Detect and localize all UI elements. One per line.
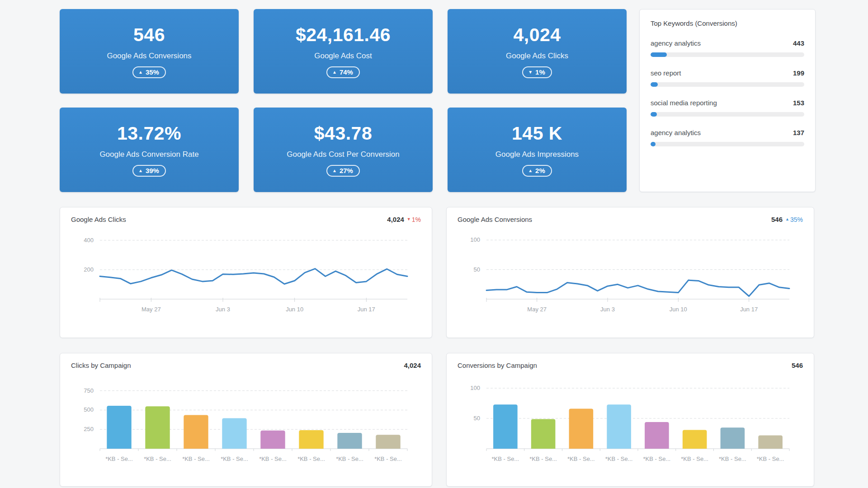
kpi-label: Google Ads Cost Per Conversion (287, 150, 399, 159)
keyword-label: agency analytics (651, 129, 701, 136)
chart-total-value: 4,024 (404, 361, 421, 369)
bar-5 (260, 431, 285, 449)
keyword-line: agency analytics443 (651, 39, 804, 47)
bar-category-label: *KB - Se... (492, 455, 519, 462)
bar-category-label: *KB - Se... (105, 455, 133, 462)
bar-chart-card-conversions-by-campaign: Conversions by Campaign54650100*KB - Se.… (446, 353, 814, 487)
bar-category-label: *KB - Se... (259, 455, 287, 462)
x-tick-label: Jun 3 (600, 306, 615, 313)
kpi-value: $43.78 (314, 123, 372, 144)
bar-category-label: *KB - Se... (144, 455, 171, 462)
keyword-line: seo report199 (651, 69, 804, 77)
bar-category-label: *KB - Se... (757, 455, 784, 462)
bar-category-label: *KB - Se... (221, 455, 248, 462)
chart-delta: ▲35% (785, 216, 803, 223)
kpi-card-google-ads-clicks[interactable]: 4,024Google Ads Clicks▼1% (448, 9, 627, 94)
bar-chart-svg: 250500750*KB - Se...*KB - Se...*KB - Se.… (71, 372, 421, 477)
kpi-label: Google Ads Conversions (107, 52, 191, 61)
bar-2 (145, 406, 170, 449)
chart-total-value: 546 (792, 361, 803, 369)
bar-category-label: *KB - Se... (719, 455, 746, 462)
kpi-card-google-ads-conversion-rate[interactable]: 13.72%Google Ads Conversion Rate▲39% (60, 108, 239, 192)
line-chart-area: 200400May 27Jun 3Jun 10Jun 17 (71, 226, 421, 329)
chart-header: Conversions by Campaign546 (458, 361, 803, 369)
keyword-row: agency analytics443 (651, 39, 804, 57)
keyword-value: 137 (793, 129, 804, 136)
bar-4 (222, 418, 246, 449)
bar-8 (758, 436, 783, 449)
bar-1 (107, 406, 131, 449)
kpi-delta-value: 1% (535, 68, 545, 76)
kpi-card-google-ads-conversions[interactable]: 546Google Ads Conversions▲35% (60, 9, 239, 94)
kpi-delta-badge: ▼1% (522, 66, 552, 78)
kpi-delta-badge: ▲27% (326, 165, 360, 177)
chart-total-value: 546 (771, 216, 783, 223)
x-tick-label: Jun 17 (358, 306, 375, 313)
keyword-progress-fill (651, 142, 656, 146)
top-row: 546Google Ads Conversions▲35%$24,161.46G… (60, 9, 868, 192)
x-tick-label: Jun 10 (670, 306, 687, 313)
y-tick-label: 750 (84, 387, 94, 394)
line-chart-svg: 50100May 27Jun 3Jun 10Jun 17 (458, 226, 803, 328)
data-line (100, 269, 407, 284)
chart-total-wrap: 546 (792, 361, 803, 369)
kpi-card-google-ads-cost-per-conversion[interactable]: $43.78Google Ads Cost Per Conversion▲27% (254, 108, 433, 192)
chart-title: Google Ads Clicks (71, 216, 126, 223)
keyword-value: 153 (793, 99, 804, 107)
kpi-label: Google Ads Cost (314, 52, 372, 61)
keyword-row: seo report199 (651, 69, 804, 87)
x-tick-label: Jun 10 (286, 306, 303, 313)
line-charts-row: Google Ads Clicks4,024▼1%200400May 27Jun… (60, 207, 868, 338)
bar-7 (337, 433, 362, 449)
keyword-line: social media reporting153 (651, 99, 804, 107)
bar-charts-row: Clicks by Campaign4,024250500750*KB - Se… (60, 353, 868, 487)
chart-total-value: 4,024 (387, 216, 404, 223)
bar-1 (493, 404, 518, 449)
bar-category-label: *KB - Se... (605, 455, 633, 462)
kpi-card-google-ads-cost[interactable]: $24,161.46Google Ads Cost▲74% (254, 9, 433, 94)
keyword-progress-track (651, 112, 804, 117)
bar-6 (299, 430, 323, 449)
kpi-value: 13.72% (117, 123, 181, 144)
bar-chart-svg: 50100*KB - Se...*KB - Se...*KB - Se...*K… (458, 372, 803, 477)
kpi-value: 145 K (512, 123, 562, 144)
caret-up-icon: ▲ (528, 169, 533, 173)
bar-category-label: *KB - Se... (643, 455, 671, 462)
keyword-row: social media reporting153 (651, 99, 804, 117)
chart-total-wrap: 4,024▼1% (387, 216, 421, 223)
x-tick-label: Jun 17 (740, 306, 758, 313)
y-tick-label: 500 (84, 406, 94, 413)
dashboard-page: 546Google Ads Conversions▲35%$24,161.46G… (0, 0, 868, 488)
keywords-list: agency analytics443seo report199social m… (651, 39, 804, 146)
keyword-value: 199 (793, 69, 804, 77)
top-keywords-panel: Top Keywords (Conversions) agency analyt… (639, 9, 816, 192)
chart-total-wrap: 546▲35% (771, 216, 803, 223)
y-tick-label: 250 (84, 426, 94, 432)
line-chart-area: 50100May 27Jun 3Jun 10Jun 17 (458, 226, 803, 329)
keyword-progress-track (651, 82, 804, 87)
keyword-progress-track (651, 52, 804, 57)
y-tick-label: 100 (470, 385, 480, 391)
bar-category-label: *KB - Se... (529, 455, 557, 462)
bar-7 (721, 427, 745, 449)
kpi-value: 546 (133, 24, 165, 46)
caret-up-icon: ▲ (785, 217, 789, 221)
caret-down-icon: ▼ (407, 217, 411, 221)
keyword-value: 443 (793, 39, 804, 47)
bar-category-label: *KB - Se... (681, 455, 708, 462)
kpi-label: Google Ads Clicks (506, 52, 568, 61)
bar-4 (607, 404, 631, 449)
keyword-progress-fill (651, 112, 657, 117)
x-tick-label: May 27 (142, 306, 161, 313)
bar-chart-area: 50100*KB - Se...*KB - Se...*KB - Se...*K… (458, 372, 803, 479)
keyword-label: agency analytics (651, 39, 701, 47)
y-tick-label: 100 (470, 236, 480, 243)
keyword-progress-fill (651, 52, 667, 57)
kpi-grid: 546Google Ads Conversions▲35%$24,161.46G… (60, 9, 627, 192)
kpi-card-google-ads-impressions[interactable]: 145 KGoogle Ads Impressions▲2% (448, 108, 627, 192)
bar-category-label: *KB - Se... (297, 455, 325, 462)
kpi-value: $24,161.46 (296, 24, 391, 46)
y-tick-label: 400 (84, 237, 94, 244)
line-chart-card-google-ads-conversions: Google Ads Conversions546▲35%50100May 27… (446, 207, 814, 338)
kpi-delta-value: 39% (146, 167, 159, 174)
